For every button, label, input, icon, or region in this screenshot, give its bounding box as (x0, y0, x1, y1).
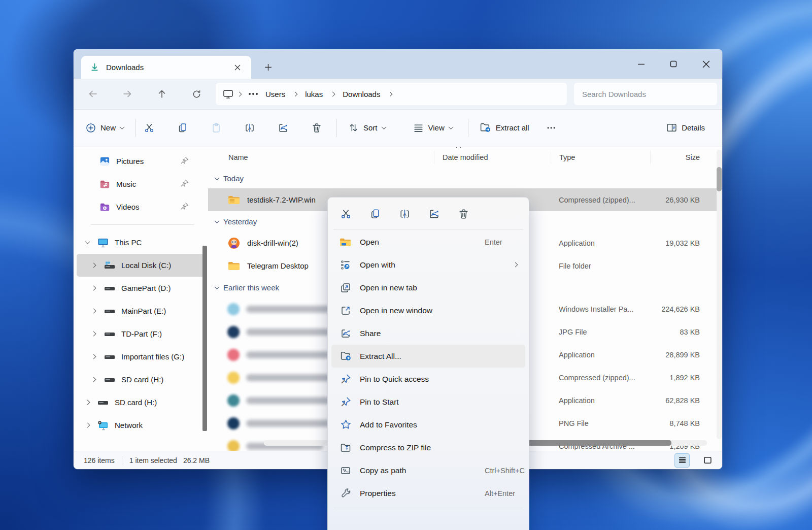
new-button-label: New (100, 123, 116, 132)
breadcrumb-overflow-icon[interactable] (252, 93, 254, 95)
details-view-toggle[interactable] (674, 453, 690, 468)
chevron-down-icon[interactable] (85, 239, 90, 244)
chevron-right-icon[interactable] (91, 377, 96, 382)
wrench-icon (340, 487, 352, 500)
menu-item-open[interactable]: Open Enter (331, 230, 525, 253)
share-button[interactable] (425, 205, 443, 223)
large-icons-view-toggle[interactable] (700, 453, 715, 468)
sidebar-item-important-files-g[interactable]: Important files (G:) (77, 345, 205, 368)
open-with-icon (340, 259, 352, 271)
sidebar-item-local-disk-c[interactable]: Local Disk (C:) (77, 254, 205, 277)
menu-item-open-in-new-tab[interactable]: Open in new tab (331, 276, 525, 299)
menu-item-properties[interactable]: Properties Alt+Enter (331, 482, 525, 505)
tab-downloads[interactable]: Downloads (81, 56, 251, 79)
menu-item-label: Open (360, 238, 379, 247)
details-pane-button[interactable]: Details (660, 118, 711, 138)
search-box[interactable] (574, 83, 717, 105)
menu-item-compress-to-zip[interactable]: Compress to ZIP file (331, 436, 525, 459)
extract-all-button[interactable]: Extract all (473, 117, 535, 138)
menu-item-add-to-favorites[interactable]: Add to Favorites (331, 413, 525, 436)
cut-button[interactable] (336, 205, 355, 223)
sidebar-item-sd-card-h[interactable]: SD card (H:) (77, 368, 205, 391)
drive-icon (104, 283, 115, 294)
sidebar-item-label: SD card (H:) (115, 398, 157, 407)
sidebar-item-sd-card-h-2[interactable]: SD card (H:) (77, 391, 205, 414)
rename-button[interactable]: A (395, 205, 414, 223)
redacted-file-icon (227, 394, 240, 407)
share-button[interactable] (275, 119, 292, 137)
column-name[interactable]: Name (220, 151, 434, 164)
menu-item-open-with[interactable]: Open with (331, 253, 525, 276)
chevron-right-icon[interactable] (91, 332, 96, 337)
chevron-right-icon[interactable] (85, 423, 90, 428)
vertical-scrollbar[interactable] (717, 150, 722, 439)
new-tab-button[interactable] (260, 59, 276, 75)
search-input[interactable] (582, 90, 709, 98)
sort-button[interactable]: Sort (342, 118, 392, 138)
toolbar-divider (468, 119, 468, 137)
column-type[interactable]: Type (551, 151, 650, 164)
chevron-right-icon[interactable] (85, 400, 90, 405)
menu-item-copy-as-path[interactable]: Copy as path Ctrl+Shift+C (331, 459, 525, 482)
sort-ascending-icon (456, 147, 461, 148)
paste-button[interactable] (208, 119, 225, 137)
menu-item-open-in-new-window[interactable]: Open in new window (331, 299, 525, 322)
file-size: 8,748 KB (650, 419, 707, 427)
sidebar-scrollbar[interactable] (202, 246, 207, 431)
sidebar-item-td-part-f[interactable]: TD-Part (F:) (77, 322, 205, 345)
copy-button[interactable] (174, 119, 191, 137)
maximize-button[interactable] (657, 49, 690, 79)
menu-item-share[interactable]: Share (331, 322, 525, 345)
menu-item-shortcut: Ctrl+Shift+C (485, 467, 525, 475)
file-type: Compressed (zipped)... (551, 196, 650, 204)
breadcrumb-users[interactable]: Users (261, 88, 289, 101)
sidebar-item-this-pc[interactable]: This PC (77, 231, 205, 254)
menu-item-pin-to-quick-access[interactable]: Pin to Quick access (331, 368, 525, 390)
chevron-right-icon[interactable] (91, 309, 96, 314)
submenu-chevron-icon (513, 262, 518, 268)
sidebar-item-videos[interactable]: Videos (77, 195, 205, 218)
column-size[interactable]: Size (650, 151, 707, 164)
more-options-icon[interactable] (543, 119, 560, 137)
minimize-button[interactable] (625, 49, 657, 79)
new-button[interactable]: New (80, 118, 130, 138)
menu-item-pin-to-start[interactable]: Pin to Start (331, 390, 525, 413)
group-header-today[interactable]: Today (208, 168, 722, 188)
sidebar-item-network[interactable]: Network (77, 414, 205, 437)
forward-button[interactable] (117, 84, 138, 104)
breadcrumb-downloads[interactable]: Downloads (339, 88, 384, 101)
sidebar-item-gamepart-d[interactable]: GamePart (D:) (77, 277, 205, 300)
breadcrumb-lukas[interactable]: lukas (301, 88, 327, 101)
desktop: { "window": { "tab_title": "Downloads" }… (0, 0, 812, 530)
chevron-right-icon[interactable] (91, 263, 96, 268)
sidebar-item-label: Videos (116, 203, 140, 211)
column-headers: Name Date modified Type Size (208, 147, 722, 168)
menu-item-shortcut: Alt+Enter (485, 489, 515, 498)
delete-button[interactable] (454, 205, 472, 223)
rename-button[interactable]: A (241, 119, 258, 137)
cut-button[interactable] (141, 119, 158, 137)
sidebar-item-label: MainPart (E:) (121, 307, 166, 315)
this-pc-icon[interactable] (223, 89, 233, 99)
sidebar-item-music[interactable]: Music (77, 173, 205, 195)
menu-item-extract-all[interactable]: Extract All... (331, 345, 525, 368)
up-button[interactable] (152, 84, 172, 104)
chevron-right-icon[interactable] (91, 354, 96, 359)
back-button[interactable] (83, 84, 103, 104)
redacted-file-icon (227, 303, 240, 315)
extract-all-icon (340, 350, 352, 362)
sidebar-item-pictures[interactable]: Pictures (77, 150, 205, 173)
copy-button[interactable] (366, 205, 384, 223)
view-button[interactable]: View (407, 118, 459, 138)
delete-button[interactable] (308, 119, 325, 137)
column-date-modified[interactable]: Date modified (434, 151, 551, 164)
chevron-right-icon[interactable] (91, 286, 96, 291)
sidebar-item-mainpart-e[interactable]: MainPart (E:) (77, 300, 205, 322)
refresh-button[interactable] (186, 84, 207, 104)
chevron-down-icon (120, 124, 125, 129)
sidebar-item-label: Music (116, 180, 136, 188)
close-button[interactable] (690, 49, 722, 79)
vertical-scrollbar-thumb[interactable] (717, 167, 722, 191)
tab-close-icon[interactable] (231, 61, 244, 74)
chevron-down-icon (448, 124, 453, 129)
